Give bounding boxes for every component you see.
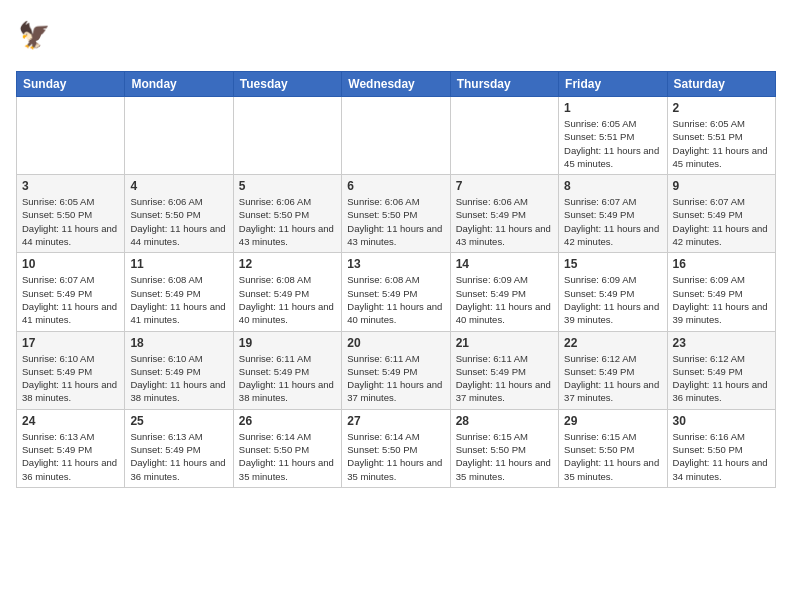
day-number: 4 (130, 179, 227, 193)
day-number: 18 (130, 336, 227, 350)
calendar-cell (17, 97, 125, 175)
calendar-cell: 9Sunrise: 6:07 AM Sunset: 5:49 PM Daylig… (667, 175, 775, 253)
calendar-cell: 24Sunrise: 6:13 AM Sunset: 5:49 PM Dayli… (17, 409, 125, 487)
calendar-cell: 17Sunrise: 6:10 AM Sunset: 5:49 PM Dayli… (17, 331, 125, 409)
day-info: Sunrise: 6:16 AM Sunset: 5:50 PM Dayligh… (673, 430, 770, 483)
calendar-cell (125, 97, 233, 175)
calendar-cell: 11Sunrise: 6:08 AM Sunset: 5:49 PM Dayli… (125, 253, 233, 331)
logo-icon: 🦅 (16, 16, 54, 59)
calendar-cell: 29Sunrise: 6:15 AM Sunset: 5:50 PM Dayli… (559, 409, 667, 487)
day-number: 25 (130, 414, 227, 428)
day-info: Sunrise: 6:09 AM Sunset: 5:49 PM Dayligh… (456, 273, 553, 326)
calendar-week-4: 17Sunrise: 6:10 AM Sunset: 5:49 PM Dayli… (17, 331, 776, 409)
day-number: 6 (347, 179, 444, 193)
calendar-cell: 1Sunrise: 6:05 AM Sunset: 5:51 PM Daylig… (559, 97, 667, 175)
day-number: 26 (239, 414, 336, 428)
header: 🦅 (16, 16, 776, 59)
day-info: Sunrise: 6:06 AM Sunset: 5:49 PM Dayligh… (456, 195, 553, 248)
calendar-cell: 19Sunrise: 6:11 AM Sunset: 5:49 PM Dayli… (233, 331, 341, 409)
day-info: Sunrise: 6:14 AM Sunset: 5:50 PM Dayligh… (239, 430, 336, 483)
calendar-cell (233, 97, 341, 175)
day-number: 5 (239, 179, 336, 193)
calendar-cell: 3Sunrise: 6:05 AM Sunset: 5:50 PM Daylig… (17, 175, 125, 253)
day-number: 30 (673, 414, 770, 428)
day-info: Sunrise: 6:15 AM Sunset: 5:50 PM Dayligh… (456, 430, 553, 483)
col-header-wednesday: Wednesday (342, 72, 450, 97)
day-info: Sunrise: 6:14 AM Sunset: 5:50 PM Dayligh… (347, 430, 444, 483)
calendar-header-row: SundayMondayTuesdayWednesdayThursdayFrid… (17, 72, 776, 97)
day-info: Sunrise: 6:05 AM Sunset: 5:50 PM Dayligh… (22, 195, 119, 248)
day-number: 17 (22, 336, 119, 350)
day-info: Sunrise: 6:15 AM Sunset: 5:50 PM Dayligh… (564, 430, 661, 483)
col-header-monday: Monday (125, 72, 233, 97)
day-number: 16 (673, 257, 770, 271)
day-info: Sunrise: 6:09 AM Sunset: 5:49 PM Dayligh… (673, 273, 770, 326)
day-number: 22 (564, 336, 661, 350)
day-number: 20 (347, 336, 444, 350)
day-number: 3 (22, 179, 119, 193)
day-number: 1 (564, 101, 661, 115)
calendar-cell: 16Sunrise: 6:09 AM Sunset: 5:49 PM Dayli… (667, 253, 775, 331)
day-number: 8 (564, 179, 661, 193)
calendar-cell (342, 97, 450, 175)
logo: 🦅 (16, 16, 58, 59)
day-info: Sunrise: 6:10 AM Sunset: 5:49 PM Dayligh… (130, 352, 227, 405)
day-info: Sunrise: 6:07 AM Sunset: 5:49 PM Dayligh… (564, 195, 661, 248)
calendar-cell: 15Sunrise: 6:09 AM Sunset: 5:49 PM Dayli… (559, 253, 667, 331)
day-number: 21 (456, 336, 553, 350)
day-number: 12 (239, 257, 336, 271)
day-info: Sunrise: 6:08 AM Sunset: 5:49 PM Dayligh… (130, 273, 227, 326)
calendar-week-1: 1Sunrise: 6:05 AM Sunset: 5:51 PM Daylig… (17, 97, 776, 175)
day-number: 19 (239, 336, 336, 350)
day-number: 2 (673, 101, 770, 115)
calendar-week-3: 10Sunrise: 6:07 AM Sunset: 5:49 PM Dayli… (17, 253, 776, 331)
day-number: 11 (130, 257, 227, 271)
calendar-cell: 7Sunrise: 6:06 AM Sunset: 5:49 PM Daylig… (450, 175, 558, 253)
day-info: Sunrise: 6:11 AM Sunset: 5:49 PM Dayligh… (239, 352, 336, 405)
day-info: Sunrise: 6:06 AM Sunset: 5:50 PM Dayligh… (130, 195, 227, 248)
day-number: 13 (347, 257, 444, 271)
day-number: 10 (22, 257, 119, 271)
day-info: Sunrise: 6:11 AM Sunset: 5:49 PM Dayligh… (456, 352, 553, 405)
col-header-thursday: Thursday (450, 72, 558, 97)
day-info: Sunrise: 6:10 AM Sunset: 5:49 PM Dayligh… (22, 352, 119, 405)
day-info: Sunrise: 6:06 AM Sunset: 5:50 PM Dayligh… (347, 195, 444, 248)
calendar-week-5: 24Sunrise: 6:13 AM Sunset: 5:49 PM Dayli… (17, 409, 776, 487)
day-info: Sunrise: 6:11 AM Sunset: 5:49 PM Dayligh… (347, 352, 444, 405)
calendar-cell: 27Sunrise: 6:14 AM Sunset: 5:50 PM Dayli… (342, 409, 450, 487)
calendar-cell: 25Sunrise: 6:13 AM Sunset: 5:49 PM Dayli… (125, 409, 233, 487)
calendar-cell: 10Sunrise: 6:07 AM Sunset: 5:49 PM Dayli… (17, 253, 125, 331)
calendar-cell: 30Sunrise: 6:16 AM Sunset: 5:50 PM Dayli… (667, 409, 775, 487)
calendar-cell: 12Sunrise: 6:08 AM Sunset: 5:49 PM Dayli… (233, 253, 341, 331)
day-info: Sunrise: 6:07 AM Sunset: 5:49 PM Dayligh… (673, 195, 770, 248)
day-info: Sunrise: 6:13 AM Sunset: 5:49 PM Dayligh… (130, 430, 227, 483)
col-header-saturday: Saturday (667, 72, 775, 97)
day-info: Sunrise: 6:13 AM Sunset: 5:49 PM Dayligh… (22, 430, 119, 483)
day-info: Sunrise: 6:09 AM Sunset: 5:49 PM Dayligh… (564, 273, 661, 326)
day-info: Sunrise: 6:08 AM Sunset: 5:49 PM Dayligh… (347, 273, 444, 326)
svg-text:🦅: 🦅 (18, 19, 51, 51)
calendar-cell: 5Sunrise: 6:06 AM Sunset: 5:50 PM Daylig… (233, 175, 341, 253)
calendar-cell: 6Sunrise: 6:06 AM Sunset: 5:50 PM Daylig… (342, 175, 450, 253)
calendar-cell: 26Sunrise: 6:14 AM Sunset: 5:50 PM Dayli… (233, 409, 341, 487)
col-header-tuesday: Tuesday (233, 72, 341, 97)
day-info: Sunrise: 6:08 AM Sunset: 5:49 PM Dayligh… (239, 273, 336, 326)
day-number: 28 (456, 414, 553, 428)
day-info: Sunrise: 6:05 AM Sunset: 5:51 PM Dayligh… (564, 117, 661, 170)
calendar-cell: 4Sunrise: 6:06 AM Sunset: 5:50 PM Daylig… (125, 175, 233, 253)
day-info: Sunrise: 6:12 AM Sunset: 5:49 PM Dayligh… (673, 352, 770, 405)
day-number: 14 (456, 257, 553, 271)
calendar-week-2: 3Sunrise: 6:05 AM Sunset: 5:50 PM Daylig… (17, 175, 776, 253)
day-info: Sunrise: 6:05 AM Sunset: 5:51 PM Dayligh… (673, 117, 770, 170)
calendar-cell: 18Sunrise: 6:10 AM Sunset: 5:49 PM Dayli… (125, 331, 233, 409)
calendar-cell: 21Sunrise: 6:11 AM Sunset: 5:49 PM Dayli… (450, 331, 558, 409)
col-header-friday: Friday (559, 72, 667, 97)
col-header-sunday: Sunday (17, 72, 125, 97)
calendar: SundayMondayTuesdayWednesdayThursdayFrid… (16, 71, 776, 488)
day-number: 24 (22, 414, 119, 428)
calendar-cell: 8Sunrise: 6:07 AM Sunset: 5:49 PM Daylig… (559, 175, 667, 253)
day-number: 7 (456, 179, 553, 193)
day-info: Sunrise: 6:07 AM Sunset: 5:49 PM Dayligh… (22, 273, 119, 326)
day-number: 9 (673, 179, 770, 193)
day-number: 29 (564, 414, 661, 428)
